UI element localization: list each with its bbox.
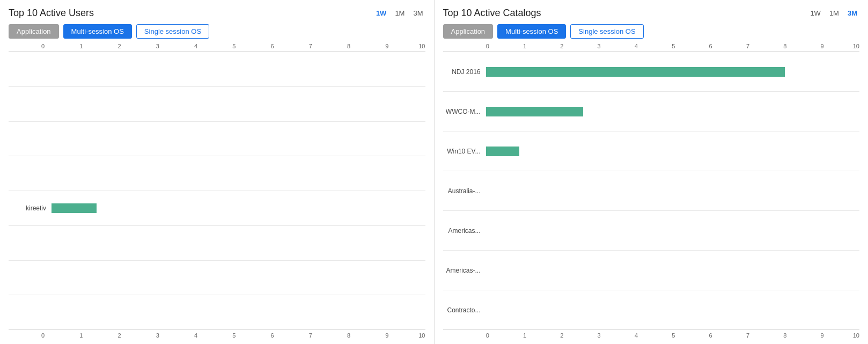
- right-panel-header: Top 10 Active Catalogs 1W 1M 3M: [443, 8, 860, 19]
- bar-label-wwco: WWCO-M...: [443, 108, 486, 115]
- left-top-4: 4: [176, 43, 215, 49]
- right-bottom-3: 3: [580, 332, 617, 339]
- left-axis-top: 0 1 2 3 4 5 6 7 8 9 10: [9, 43, 425, 52]
- left-top-5: 5: [215, 43, 253, 49]
- right-axis-bottom: 0 1 2 3 4 5 6 7 8 9 10: [443, 330, 860, 339]
- left-time-1m[interactable]: 1M: [393, 8, 407, 18]
- left-filter-singlesession[interactable]: Single session OS: [136, 24, 209, 39]
- right-filter-application[interactable]: Application: [443, 24, 494, 39]
- right-axis-top: 0 1 2 3 4 5 6 7 8 9 10: [443, 43, 860, 52]
- bar-label-australia: Australia-...: [443, 187, 486, 195]
- right-bottom-9: 9: [804, 332, 841, 339]
- table-row: Americas...: [443, 211, 860, 251]
- bar-container-contractor: [486, 305, 860, 315]
- right-top-3: 3: [580, 43, 617, 49]
- bar-container-6: [52, 238, 425, 248]
- right-top-10: 10: [841, 43, 859, 49]
- bar-ndj: [486, 67, 785, 77]
- left-axis-bottom: 0 1 2 3 4 5 6 7 8 9 10: [9, 330, 425, 339]
- table-row: [9, 87, 425, 122]
- bar-container-3: [52, 134, 425, 143]
- bar-container-1: [52, 64, 425, 74]
- left-time-3m[interactable]: 3M: [411, 8, 425, 18]
- bar-container-kireetiv: [52, 203, 425, 213]
- left-panel-title: Top 10 Active Users: [9, 8, 94, 19]
- left-bottom-7: 7: [291, 332, 329, 339]
- left-top-7: 7: [291, 43, 329, 49]
- left-time-controls: 1W 1M 3M: [374, 8, 425, 18]
- right-top-0: 0: [469, 43, 506, 49]
- table-row: Contracto...: [443, 290, 860, 330]
- right-axis-top-label: [443, 43, 469, 49]
- left-bottom-label: [9, 332, 24, 339]
- right-chart-area: 0 1 2 3 4 5 6 7 8 9 10 NDJ 2016: [443, 43, 860, 339]
- right-bottom-7: 7: [729, 332, 766, 339]
- table-row: kireetiv: [9, 191, 425, 226]
- right-bottom-6: 6: [692, 332, 729, 339]
- left-bottom-6: 6: [253, 332, 291, 339]
- right-bottom-2: 2: [543, 332, 580, 339]
- right-top-5: 5: [655, 43, 692, 49]
- left-bars-area: kireetiv: [9, 52, 425, 330]
- right-filter-multisession[interactable]: Multi-session OS: [497, 24, 566, 39]
- right-bottom-8: 8: [767, 332, 804, 339]
- right-bottom-4: 4: [617, 332, 654, 339]
- right-top-6: 6: [692, 43, 729, 49]
- left-filter-application[interactable]: Application: [9, 24, 59, 39]
- bar-container-2: [52, 99, 425, 109]
- left-top-1: 1: [62, 43, 100, 49]
- bar-label-ndj: NDJ 2016: [443, 68, 486, 76]
- left-top-3: 3: [138, 43, 176, 49]
- right-top-2: 2: [543, 43, 580, 49]
- left-chart-area: 0 1 2 3 4 5 6 7 8 9 10: [9, 43, 425, 339]
- left-top-0: 0: [24, 43, 62, 49]
- right-top-8: 8: [767, 43, 804, 49]
- table-row: Americas-...: [443, 251, 860, 290]
- bar-container-win10: [486, 147, 860, 156]
- right-time-1w[interactable]: 1W: [808, 8, 823, 18]
- bar-container-7: [52, 273, 425, 282]
- left-bottom-10: 10: [406, 332, 425, 339]
- table-row: [9, 261, 425, 296]
- left-time-1w[interactable]: 1W: [374, 8, 389, 18]
- right-time-1m[interactable]: 1M: [827, 8, 841, 18]
- table-row: [9, 295, 425, 330]
- table-row: [9, 52, 425, 87]
- right-filter-singlesession[interactable]: Single session OS: [570, 24, 643, 39]
- left-filter-multisession[interactable]: Multi-session OS: [63, 24, 132, 39]
- right-top-7: 7: [729, 43, 766, 49]
- left-top-10: 10: [406, 43, 425, 49]
- left-top-2: 2: [100, 43, 138, 49]
- bar-label-americas2: Americas-...: [443, 267, 486, 274]
- right-panel: Top 10 Active Catalogs 1W 1M 3M Applicat…: [435, 0, 869, 344]
- left-panel: Top 10 Active Users 1W 1M 3M Application…: [0, 0, 435, 344]
- left-top-9: 9: [368, 43, 406, 49]
- right-top-1: 1: [506, 43, 543, 49]
- right-time-3m[interactable]: 3M: [845, 8, 859, 18]
- left-axis-top-label: [9, 43, 24, 49]
- left-bottom-9: 9: [368, 332, 406, 339]
- bar-kireetiv: [52, 203, 97, 213]
- bar-container-australia: [486, 186, 860, 196]
- right-bottom-0: 0: [469, 332, 506, 339]
- left-filters: Application Multi-session OS Single sess…: [9, 24, 425, 39]
- left-bottom-4: 4: [176, 332, 215, 339]
- left-bottom-2: 2: [100, 332, 138, 339]
- right-panel-title: Top 10 Active Catalogs: [443, 8, 541, 19]
- right-bottom-10: 10: [841, 332, 859, 339]
- table-row: [9, 122, 425, 157]
- table-row: [9, 226, 425, 261]
- right-top-4: 4: [617, 43, 654, 49]
- bar-container-americas1: [486, 226, 860, 236]
- bar-win10: [486, 147, 520, 156]
- bar-label-win10: Win10 EV...: [443, 148, 486, 155]
- right-top-9: 9: [804, 43, 841, 49]
- table-row: NDJ 2016: [443, 52, 860, 92]
- table-row: [9, 156, 425, 191]
- bar-container-wwco: [486, 107, 860, 116]
- left-top-8: 8: [329, 43, 367, 49]
- bar-label-kireetiv: kireetiv: [9, 204, 52, 212]
- right-bottom-1: 1: [506, 332, 543, 339]
- table-row: Australia-...: [443, 171, 860, 211]
- left-top-6: 6: [253, 43, 291, 49]
